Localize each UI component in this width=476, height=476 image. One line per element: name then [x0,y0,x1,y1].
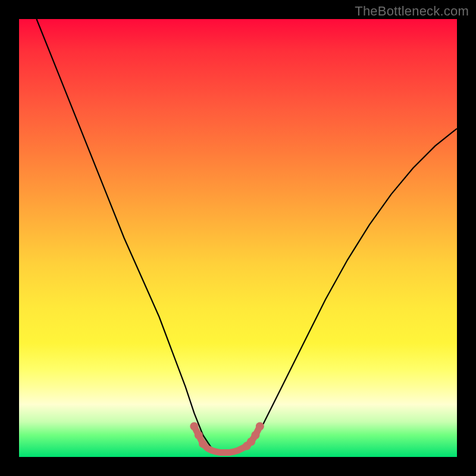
marker-dot [256,422,264,431]
curve-path [36,19,457,453]
bottleneck-curve [36,19,457,453]
marker-dot [251,431,259,439]
marker-dot [190,422,198,431]
chart-svg [19,19,457,457]
watermark-text: TheBottleneck.com [355,4,469,19]
marker-dot [195,431,203,439]
marker-dot [199,440,207,448]
optimal-range-markers [190,422,264,453]
plot-area [19,19,457,457]
chart-frame: TheBottleneck.com [0,0,476,476]
